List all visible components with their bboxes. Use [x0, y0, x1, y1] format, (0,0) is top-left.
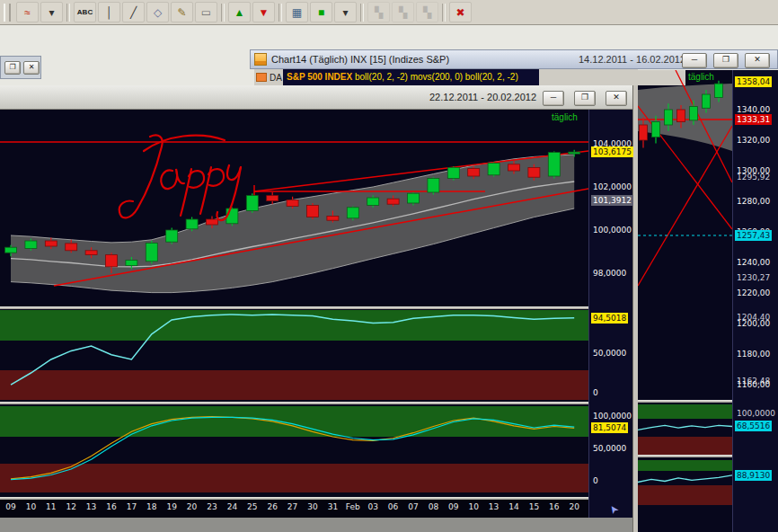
- toolbar-separator: [442, 4, 446, 22]
- zigzag-icon-1[interactable]: ▚: [367, 2, 390, 22]
- foreground-window-titlebar[interactable]: 22.12.2011 - 20.02.2012 ─ ❐ ✕: [0, 85, 638, 110]
- sell-arrow-icon[interactable]: ▼: [252, 2, 275, 22]
- tool-dropdown-icon[interactable]: ▾: [40, 2, 63, 22]
- restore-button[interactable]: ❐: [713, 53, 738, 68]
- color-dropdown-icon[interactable]: ▾: [334, 2, 357, 22]
- restore-button[interactable]: ❐: [574, 91, 596, 106]
- buy-arrow-icon[interactable]: ▲: [228, 2, 251, 22]
- foreground-window-buttons: ─ ❐ ✕: [543, 91, 627, 106]
- cursor-arrow-icon: ➤: [605, 501, 623, 519]
- minimize-button[interactable]: ─: [682, 53, 707, 68]
- background-window-title: Chart14 (Täglich) INX [15] (Indizes S&P): [271, 54, 449, 65]
- instrument-tab[interactable]: DA: [254, 69, 283, 85]
- date-axis-label: 27: [287, 502, 297, 511]
- oversold-zone: [638, 437, 732, 455]
- axis-grid-label: 1295,92: [735, 172, 772, 182]
- axis-grid-label: 1200,00: [735, 318, 772, 329]
- date-axis-label: 03: [367, 502, 377, 511]
- date-axis-label: 10: [468, 502, 478, 511]
- instrument-tab-icon: [256, 73, 267, 82]
- pencil-tool-icon[interactable]: ✎: [171, 2, 193, 22]
- overbought-zone: [0, 310, 588, 341]
- chart-type-icon[interactable]: ▦: [286, 2, 308, 22]
- price-badge: 103,6175: [591, 146, 633, 157]
- trendline-tool-icon[interactable]: ╱: [122, 2, 145, 22]
- price-badge: 68,5516: [735, 421, 772, 431]
- window-bottom-frame: [0, 518, 632, 532]
- date-axis-label: Feb: [346, 502, 360, 511]
- axis-grid-label: 1240,00: [735, 257, 772, 268]
- axis-grid-label: 102,0000: [591, 182, 633, 192]
- price-badge: 81,5074: [591, 422, 628, 433]
- axis-grid-label: 1320,00: [735, 135, 772, 146]
- date-axis-label: 19: [166, 502, 176, 511]
- price-badge: 101,3912: [591, 195, 633, 206]
- overbought-zone: [0, 406, 588, 437]
- axis-grid-label: 1220,00: [735, 288, 772, 298]
- axis-grid-label: 0: [591, 475, 600, 486]
- toolbar-separator: [66, 4, 70, 22]
- price-badge: 94,5018: [591, 313, 628, 324]
- background-window-body: [638, 70, 685, 85]
- date-axis-label: 18: [146, 502, 156, 511]
- date-axis-label: 07: [408, 502, 418, 511]
- date-axis-label: 09: [5, 502, 15, 511]
- vertical-line-tool-icon[interactable]: │: [98, 2, 120, 22]
- zigzag-icon-2[interactable]: ▚: [392, 2, 414, 22]
- color-swatch[interactable]: ■: [310, 2, 332, 22]
- price-chart-panel[interactable]: [0, 110, 588, 306]
- freehand-draw-ic0n[interactable]: ≈: [16, 2, 39, 22]
- date-axis-label: 10: [26, 502, 36, 511]
- axis-grid-label: 1230,27: [735, 272, 772, 283]
- instrument-bar[interactable]: S&P 500 INDEX boll(20, 2, -2) movs(200, …: [283, 69, 539, 85]
- hidden-window-fragment: ❐ ✕: [0, 56, 41, 79]
- axis-grid-label: 50,0000: [591, 348, 628, 359]
- date-axis-label: 13: [489, 502, 499, 511]
- price-badge: 1358,04: [735, 76, 772, 87]
- delete-drawings-icon[interactable]: ✖: [449, 2, 472, 22]
- date-axis-label: 16: [106, 502, 116, 511]
- overbought-zone: [638, 404, 732, 419]
- axis-grid-label: 100,0000: [735, 408, 777, 419]
- date-axis-label: 06: [388, 502, 398, 511]
- overbought-zone: [638, 460, 732, 471]
- close-button[interactable]: ✕: [745, 53, 770, 68]
- toolbar-separator: [221, 4, 225, 22]
- date-axis-label: 24: [227, 502, 237, 511]
- background-window-titlebar[interactable]: Chart14 (Täglich) INX [15] (Indizes S&P)…: [250, 49, 778, 69]
- date-axis-label: 12: [66, 502, 75, 511]
- toolbar-drag-handle[interactable]: [4, 4, 11, 22]
- cursor-mode-button[interactable]: ➤: [600, 501, 627, 517]
- restore-button[interactable]: ❐: [4, 61, 21, 75]
- oversold-zone: [638, 485, 732, 505]
- background-window-date-range: 14.12.2011 - 16.02.2012: [579, 54, 685, 65]
- toolbar-separator: [278, 4, 282, 22]
- date-axis-label: 20: [187, 502, 197, 511]
- instrument-name: S&P 500 INDEX: [287, 72, 352, 82]
- date-axis-label: 09: [448, 502, 458, 511]
- close-button[interactable]: ✕: [606, 91, 627, 106]
- axis-grid-label: 1280,00: [735, 196, 772, 207]
- minimize-button[interactable]: ─: [543, 91, 564, 106]
- date-axis-label: 14: [508, 502, 518, 511]
- price-badge: 88,9130: [735, 470, 772, 481]
- shape-tool-icon[interactable]: ◇: [146, 2, 169, 22]
- oversold-zone: [0, 370, 588, 400]
- background-window-body: [539, 69, 638, 85]
- toolbar-separator: [360, 4, 364, 22]
- background-window-buttons: ─ ❐ ✕: [682, 53, 770, 68]
- price-badge: 1333,31: [735, 114, 772, 125]
- background-period-label: täglich: [688, 72, 714, 82]
- date-axis-label: 17: [127, 502, 137, 511]
- axis-grid-label: 100,0000: [591, 225, 633, 235]
- date-axis-label: 26: [267, 502, 277, 511]
- instrument-tab-label: DA: [270, 73, 282, 83]
- text-tool-icon[interactable]: ABC: [74, 2, 96, 22]
- screen: ≈▾ABC│╱◇✎▭▲▼▦■▾▚▚▚✖ ❐ ✕ Chart14 (Täglich…: [0, 0, 778, 532]
- zigzag-icon-3[interactable]: ▚: [416, 2, 438, 22]
- drawing-toolbar: ≈▾ABC│╱◇✎▭▲▼▦■▾▚▚▚✖: [0, 0, 778, 25]
- close-button[interactable]: ✕: [23, 61, 40, 75]
- box-tool-icon[interactable]: ▭: [195, 2, 217, 22]
- axis-grid-label: 98,0000: [591, 268, 628, 279]
- price-badge: 1257,43: [735, 230, 772, 241]
